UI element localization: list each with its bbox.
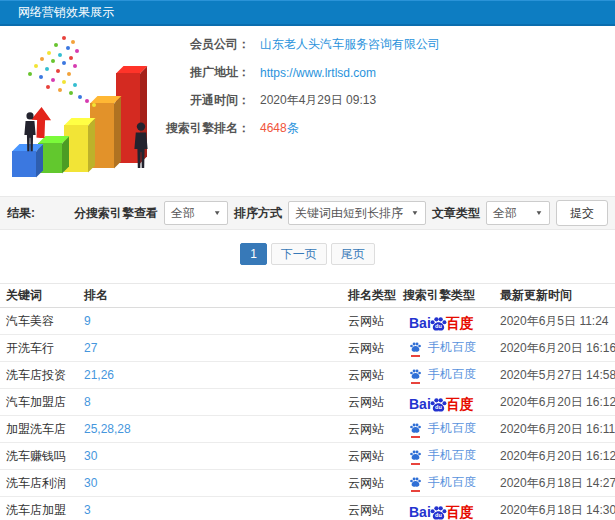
mobile-baidu-logo: 手机百度 xyxy=(409,366,476,383)
confetti-dot xyxy=(39,75,43,79)
table-row: 洗车店利润30云网站手机百度2020年6月18日 14:27 xyxy=(0,470,615,497)
confetti-dot xyxy=(51,78,55,82)
submit-button[interactable]: 提交 xyxy=(556,200,608,226)
promo-url-link[interactable]: https://www.lrtlsd.com xyxy=(260,66,376,80)
confetti-dot xyxy=(45,67,49,71)
rank-link[interactable]: 9 xyxy=(84,314,91,328)
keyword-cell: 加盟洗车店 xyxy=(0,416,78,443)
col-header-3: 搜索引擎类型 xyxy=(397,284,494,308)
svg-text:du: du xyxy=(435,404,442,410)
confetti-dot xyxy=(69,56,73,60)
mobile-baidu-paw-icon xyxy=(409,449,422,462)
confetti-dot xyxy=(73,83,77,87)
confetti-dot xyxy=(62,36,66,40)
confetti-dot xyxy=(58,53,62,57)
mobile-baidu-label: 手机百度 xyxy=(428,339,476,356)
keyword-cell: 洗车店加盟 xyxy=(0,497,78,520)
time-cell: 2020年6月20日 16:12 xyxy=(494,443,615,470)
rank-count-unit: 条 xyxy=(287,121,299,135)
person-figure-icon xyxy=(131,122,151,170)
mobile-baidu-label: 手机百度 xyxy=(428,447,476,464)
time-cell: 2020年6月5日 11:24 xyxy=(494,308,615,335)
article-type-value: 全部 xyxy=(493,205,517,222)
confetti-dot xyxy=(56,69,60,73)
rank-cell: 8 xyxy=(78,389,342,416)
pagination: 1 下一页 尾页 xyxy=(0,243,615,265)
confetti-dot xyxy=(78,95,82,99)
table-row: 加盟洗车店25,28,28云网站手机百度2020年6月20日 16:11 xyxy=(0,416,615,443)
baidu-logo: Baidu百度 xyxy=(409,311,474,330)
rank-link[interactable]: 30 xyxy=(84,449,97,463)
keyword-cell: 汽车加盟店 xyxy=(0,389,78,416)
caret-down-icon: ▼ xyxy=(535,209,543,216)
time-cell: 2020年5月27日 14:58 xyxy=(494,362,615,389)
promo-url-row: 推广地址： https://www.lrtlsd.com xyxy=(160,65,460,80)
article-type-select[interactable]: 全部 ▼ xyxy=(486,201,550,225)
confetti-dot xyxy=(66,46,70,50)
mobile-baidu-paw-icon xyxy=(409,476,422,489)
keyword-cell: 汽车美容 xyxy=(0,308,78,335)
time-cell: 2020年6月18日 14:27 xyxy=(494,470,615,497)
rank-link[interactable]: 27 xyxy=(84,341,97,355)
sort-order-label: 排序方式 xyxy=(234,205,282,222)
keyword-cell: 洗车店利润 xyxy=(0,470,78,497)
mobile-baidu-label: 手机百度 xyxy=(428,420,476,437)
confetti-dot xyxy=(69,91,73,95)
confetti-dot xyxy=(28,72,32,76)
rank-link[interactable]: 21,26 xyxy=(84,368,114,382)
baidu-paw-icon xyxy=(409,341,422,354)
next-page-button[interactable]: 下一页 xyxy=(271,243,327,265)
sort-order-select[interactable]: 关键词由短到长排序 ▼ xyxy=(288,201,426,225)
rank-link[interactable]: 25,28,28 xyxy=(84,422,131,436)
title-bar: 网络营销效果展示 xyxy=(0,0,615,26)
table-row: 洗车店加盟3云网站Baidu百度2020年6月18日 14:30 xyxy=(0,497,615,520)
confetti-dot xyxy=(75,49,79,53)
engine-cell: 手机百度 xyxy=(397,443,494,470)
time-cell: 2020年6月20日 16:11 xyxy=(494,416,615,443)
engine-cell: 手机百度 xyxy=(397,335,494,362)
engine-cell: Baidu百度 xyxy=(397,497,494,520)
baidu-paw-icon xyxy=(409,422,422,435)
last-page-button[interactable]: 尾页 xyxy=(331,243,375,265)
rank-count-row: 搜索引擎排名： 4648条 xyxy=(160,121,460,136)
confetti-dot xyxy=(40,57,44,61)
mobile-baidu-logo: 手机百度 xyxy=(409,339,476,356)
table-row: 洗车赚钱吗30云网站手机百度2020年6月20日 16:12 xyxy=(0,443,615,470)
col-header-2: 排名类型 xyxy=(342,284,397,308)
mobile-baidu-logo: 手机百度 xyxy=(409,420,476,437)
col-header-0: 关键词 xyxy=(0,284,78,308)
confetti-dot xyxy=(58,88,62,92)
page-1-button[interactable]: 1 xyxy=(240,243,267,265)
confetti-dot xyxy=(47,51,51,55)
rank-type-cell: 云网站 xyxy=(342,497,397,520)
confetti-dot xyxy=(54,43,58,47)
table-row: 洗车店投资21,26云网站手机百度2020年5月27日 14:58 xyxy=(0,362,615,389)
bar-3d xyxy=(12,151,36,177)
rank-link[interactable]: 8 xyxy=(84,395,91,409)
rank-type-cell: 云网站 xyxy=(342,308,397,335)
confetti-dot xyxy=(85,99,89,103)
confetti-dot xyxy=(67,72,71,76)
mobile-baidu-paw-icon xyxy=(409,341,422,354)
table-row: 开洗车行27云网站手机百度2020年6月20日 16:16 xyxy=(0,335,615,362)
confetti-dot xyxy=(92,103,96,107)
mobile-baidu-paw-icon xyxy=(409,422,422,435)
rankings-table: 关键词排名排名类型搜索引擎类型最新更新时间 汽车美容9云网站Baidu百度202… xyxy=(0,283,615,520)
rank-count-link[interactable]: 4648条 xyxy=(260,120,299,137)
rank-link[interactable]: 3 xyxy=(84,503,91,517)
rank-cell: 25,28,28 xyxy=(78,416,342,443)
svg-text:du: du xyxy=(435,512,442,518)
opened-time-value: 2020年4月29日 09:13 xyxy=(260,92,376,109)
engine-filter-value: 全部 xyxy=(171,205,195,222)
company-link[interactable]: 山东老人头汽车服务咨询有限公司 xyxy=(260,36,440,53)
confetti-dot xyxy=(62,61,66,65)
engine-filter-select[interactable]: 全部 ▼ xyxy=(164,201,228,225)
engine-cell: 手机百度 xyxy=(397,416,494,443)
rank-link[interactable]: 30 xyxy=(84,476,97,490)
rank-cell: 21,26 xyxy=(78,362,342,389)
rank-type-cell: 云网站 xyxy=(342,335,397,362)
rank-cell: 30 xyxy=(78,443,342,470)
rank-type-cell: 云网站 xyxy=(342,416,397,443)
baidu-logo: Baidu百度 xyxy=(409,392,474,411)
result-label: 结果: xyxy=(7,205,35,222)
